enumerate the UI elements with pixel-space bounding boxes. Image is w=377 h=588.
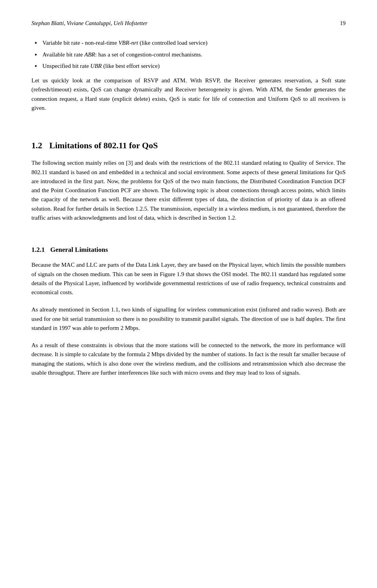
list-item: Unspecified bit rate UBR (like best effo… [31, 62, 346, 71]
paragraph-section-1-2-intro: The following section mainly relies on [… [31, 158, 346, 222]
list-item-text: Variable bit rate - non-real-time VBR-nr… [42, 40, 207, 46]
list-item: Available bit rate ABR: has a set of con… [31, 50, 346, 59]
section-1-2-heading: 1.2 Limitations of 802.11 for QoS [31, 139, 346, 152]
paragraph-1-2-1-p2: As already mentioned in Section 1.1, two… [31, 305, 346, 333]
header-authors: Stephan Blatti, Viviane Cantaluppi, Ueli… [31, 19, 148, 27]
bullet-list: Variable bit rate - non-real-time VBR-nr… [31, 38, 346, 71]
spacer-2 [31, 228, 346, 235]
spacer [31, 118, 346, 125]
section-1-2-1-title: General Limitations [50, 245, 108, 255]
spacer-4 [31, 338, 346, 341]
header-page-number: 19 [340, 19, 346, 27]
list-item-text: Available bit rate ABR: has a set of con… [42, 51, 202, 58]
page-header: Stephan Blatti, Viviane Cantaluppi, Ueli… [31, 19, 346, 27]
paragraph-1-2-1-p1: Because the MAC and LLC are parts of the… [31, 260, 346, 297]
section-1-2-title: Limitations of 802.11 for QoS [49, 139, 158, 152]
list-item: Variable bit rate - non-real-time VBR-nr… [31, 38, 346, 47]
paragraph-ubr-comparison: Let us quickly look at the comparison of… [31, 76, 346, 113]
section-1-2-number: 1.2 [31, 139, 42, 152]
page: Stephan Blatti, Viviane Cantaluppi, Ueli… [0, 0, 377, 588]
list-item-text: Unspecified bit rate UBR (like best effo… [42, 63, 159, 69]
section-1-2-1-heading: 1.2.1 General Limitations [31, 245, 346, 255]
section-1-2-1-number: 1.2.1 [31, 245, 45, 255]
paragraph-1-2-1-p3: As a result of these constraints is obvi… [31, 341, 346, 377]
spacer-3 [31, 302, 346, 305]
